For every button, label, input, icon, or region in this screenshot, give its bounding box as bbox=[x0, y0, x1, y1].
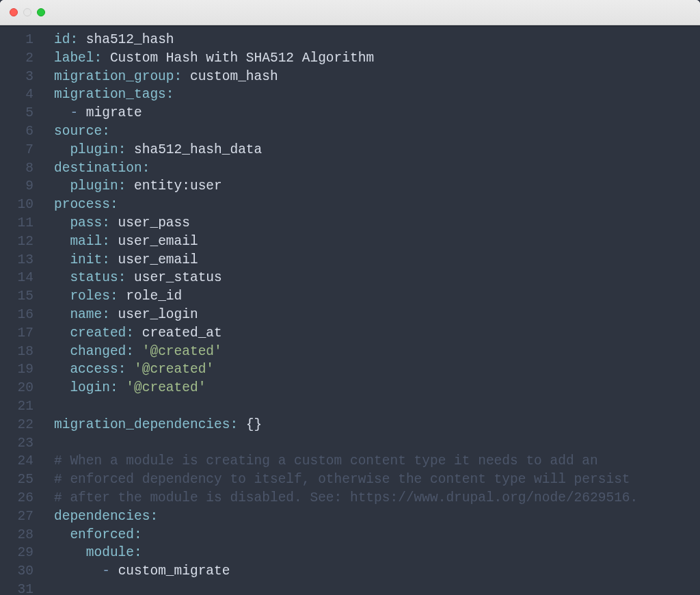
line-number: 2 bbox=[0, 49, 33, 68]
line-number: 14 bbox=[0, 269, 33, 287]
token: enforced bbox=[70, 527, 134, 542]
token: roles bbox=[70, 289, 110, 304]
code-line[interactable]: migration_group: custom_hash bbox=[54, 68, 700, 86]
code-line[interactable]: enforced: bbox=[54, 526, 700, 544]
token: init bbox=[70, 252, 102, 267]
minimize-icon[interactable] bbox=[23, 8, 31, 16]
token: : bbox=[134, 545, 142, 560]
line-number: 20 bbox=[0, 379, 33, 397]
code-line[interactable]: changed: '@created' bbox=[54, 343, 700, 361]
code-editor[interactable]: 1234567891011121314151617181920212223242… bbox=[0, 27, 700, 595]
code-line[interactable]: plugin: entity:user bbox=[54, 177, 700, 196]
code-line[interactable]: init: user_email bbox=[54, 251, 700, 269]
code-line[interactable]: mail: user_email bbox=[54, 233, 700, 251]
token: : bbox=[110, 197, 118, 212]
token: : bbox=[150, 509, 158, 524]
line-number: 23 bbox=[0, 434, 33, 453]
token: # after the module is disabled. See: htt… bbox=[54, 490, 638, 505]
token: migration_tags bbox=[54, 87, 166, 102]
code-line[interactable]: - migrate bbox=[54, 104, 700, 122]
code-line[interactable]: label: Custom Hash with SHA512 Algorithm bbox=[54, 49, 700, 68]
line-number: 12 bbox=[0, 233, 33, 251]
token: '@created' bbox=[126, 380, 206, 395]
code-line[interactable]: # after the module is disabled. See: htt… bbox=[54, 489, 700, 507]
line-number: 17 bbox=[0, 324, 33, 343]
code-line[interactable] bbox=[54, 581, 700, 595]
token: process bbox=[54, 197, 110, 212]
token: custom_migrate bbox=[118, 564, 230, 579]
close-icon[interactable] bbox=[10, 8, 18, 16]
line-number: 11 bbox=[0, 214, 33, 233]
code-line[interactable]: # enforced dependency to itself, otherwi… bbox=[54, 471, 700, 489]
token: : bbox=[102, 215, 110, 230]
token: # When a module is creating a custom con… bbox=[54, 453, 598, 468]
token: - bbox=[70, 105, 85, 120]
indent bbox=[54, 326, 70, 341]
indent bbox=[54, 252, 70, 267]
token: sha512_hash_data bbox=[126, 142, 262, 157]
line-number: 27 bbox=[0, 507, 33, 526]
code-area[interactable]: id: sha512_hashlabel: Custom Hash with S… bbox=[43, 27, 700, 595]
token: dependencies bbox=[54, 509, 150, 524]
line-number: 22 bbox=[0, 416, 33, 434]
token: : bbox=[110, 380, 118, 395]
token: created bbox=[70, 326, 126, 341]
token: - bbox=[102, 564, 118, 579]
code-line[interactable]: source: bbox=[54, 122, 700, 141]
token bbox=[238, 417, 246, 432]
indent bbox=[54, 545, 86, 560]
token: : bbox=[102, 124, 110, 139]
code-line[interactable]: module: bbox=[54, 544, 700, 562]
code-line[interactable]: - custom_migrate bbox=[54, 562, 700, 581]
token: source bbox=[54, 124, 102, 139]
line-number: 13 bbox=[0, 251, 33, 269]
line-number: 9 bbox=[0, 177, 33, 196]
code-line[interactable]: # When a module is creating a custom con… bbox=[54, 452, 700, 471]
token bbox=[118, 380, 126, 395]
token: '@created' bbox=[134, 362, 214, 377]
line-number: 25 bbox=[0, 471, 33, 489]
indent bbox=[54, 527, 70, 542]
code-line[interactable]: access: '@created' bbox=[54, 360, 700, 379]
line-number: 6 bbox=[0, 122, 33, 141]
token: pass bbox=[70, 215, 102, 230]
maximize-icon[interactable] bbox=[37, 8, 45, 16]
line-number: 16 bbox=[0, 306, 33, 324]
code-line[interactable]: roles: role_id bbox=[54, 287, 700, 306]
token: status bbox=[70, 270, 118, 285]
code-line[interactable]: login: '@created' bbox=[54, 379, 700, 397]
token: user_pass bbox=[110, 215, 190, 230]
token: mail bbox=[70, 234, 102, 249]
code-line[interactable]: name: user_login bbox=[54, 306, 700, 324]
token: plugin bbox=[70, 178, 118, 194]
line-number: 31 bbox=[0, 581, 33, 595]
indent bbox=[54, 344, 70, 359]
code-line[interactable]: migration_tags: bbox=[54, 85, 700, 104]
line-number: 4 bbox=[0, 85, 33, 104]
line-number-gutter: 1234567891011121314151617181920212223242… bbox=[0, 27, 43, 595]
token: : bbox=[174, 69, 183, 84]
code-line[interactable]: migration_dependencies: {} bbox=[54, 416, 700, 434]
code-line[interactable] bbox=[54, 397, 700, 416]
indent bbox=[54, 307, 70, 322]
line-number: 15 bbox=[0, 287, 33, 306]
line-number: 7 bbox=[0, 141, 33, 159]
code-line[interactable]: process: bbox=[54, 196, 700, 214]
token: : bbox=[126, 344, 134, 359]
token: : bbox=[102, 234, 110, 249]
code-line[interactable]: destination: bbox=[54, 159, 700, 178]
code-line[interactable]: created: created_at bbox=[54, 324, 700, 343]
token: {} bbox=[246, 417, 262, 432]
indent bbox=[54, 380, 70, 395]
code-line[interactable]: dependencies: bbox=[54, 507, 700, 526]
code-line[interactable] bbox=[54, 434, 700, 453]
token: label bbox=[54, 51, 94, 66]
code-line[interactable]: pass: user_pass bbox=[54, 214, 700, 233]
code-line[interactable]: id: sha512_hash bbox=[54, 31, 700, 49]
line-number: 10 bbox=[0, 196, 33, 214]
line-number: 29 bbox=[0, 544, 33, 562]
code-line[interactable]: status: user_status bbox=[54, 269, 700, 287]
code-line[interactable]: plugin: sha512_hash_data bbox=[54, 141, 700, 159]
token: : bbox=[118, 362, 126, 377]
token: module bbox=[86, 545, 134, 560]
